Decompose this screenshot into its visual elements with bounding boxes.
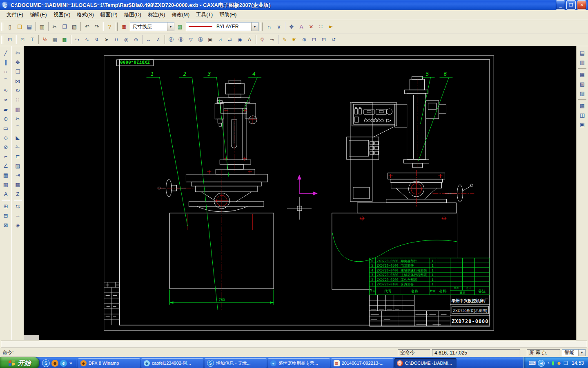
menu-modify[interactable]: 修改(M) — [168, 11, 193, 19]
polygon-tool-icon[interactable]: ◇ — [1, 133, 11, 142]
redo-icon[interactable]: ↷ — [92, 22, 102, 31]
cut-icon[interactable]: ✂ — [50, 22, 60, 31]
menu-dimension[interactable]: 标注(N) — [145, 11, 168, 19]
hatch-tool-icon[interactable]: ⊘ — [1, 142, 11, 152]
paste-icon[interactable]: ▧ — [69, 22, 79, 31]
spline-tool-icon[interactable]: ≈ — [1, 95, 11, 105]
ellipse-tool-icon[interactable]: ⊙ — [1, 114, 11, 123]
dim-edit-icon[interactable]: ⇆ — [13, 202, 23, 211]
fillet-tool-icon[interactable]: ⌒ — [13, 123, 23, 133]
chevron-down-icon[interactable]: ▼ — [251, 22, 258, 31]
paste-block-tool-icon[interactable]: ▥ — [13, 105, 23, 114]
tray-audio-icon[interactable]: ▮ — [552, 361, 555, 366]
property-brush-icon[interactable]: ▨ — [13, 161, 23, 171]
annotate-icon[interactable]: A — [296, 22, 306, 31]
measure-icon[interactable]: ⊸ — [267, 35, 277, 44]
boxed-text-icon[interactable]: ▣ — [205, 35, 215, 44]
view-aux-icon[interactable]: ◫ — [577, 110, 588, 120]
hatch-edit-icon[interactable]: ▩ — [13, 180, 23, 189]
image-edit-icon[interactable]: ▩ — [60, 35, 69, 44]
stretch-tool-icon[interactable]: ⊏ — [13, 152, 23, 161]
dim-style-edit-icon[interactable]: ◈ — [13, 220, 23, 230]
rectangle-tool-icon[interactable]: ▭ — [1, 123, 11, 133]
erase-tool-icon[interactable]: ✄ — [13, 48, 23, 58]
rotate-tool-icon[interactable]: ↻ — [13, 86, 23, 95]
delete-icon[interactable]: ✕ — [306, 22, 316, 31]
color-swatch-icon[interactable]: ▨ — [175, 22, 185, 31]
screen-point-field[interactable]: 屏 幕 点 — [527, 349, 560, 356]
command-history[interactable] — [0, 340, 588, 348]
menu-tools[interactable]: 工具(T) — [193, 11, 216, 19]
close-button[interactable]: ✕ — [577, 0, 586, 10]
view-front-icon[interactable]: ▤ — [577, 48, 588, 58]
circle-tool-icon[interactable]: ○ — [1, 67, 11, 76]
print-icon[interactable]: ▥ — [37, 22, 47, 31]
angle-line-tool-icon[interactable]: ∠ — [1, 161, 11, 171]
snap-mode-combo[interactable]: 智能 ▼ — [562, 349, 586, 356]
view-break-icon[interactable]: ▩ — [577, 101, 588, 110]
task-winamp[interactable]: ☻ DFX 8 Winamp — [78, 358, 140, 368]
chevron-down-icon[interactable]: ▼ — [167, 22, 174, 31]
step-line-tool-icon[interactable]: ⌐ — [1, 152, 11, 161]
magnifier-icon[interactable]: ⚲ — [257, 35, 267, 44]
text-frame-icon[interactable]: T — [27, 35, 37, 44]
scrollbar-stub[interactable] — [24, 335, 39, 340]
layer-manager-icon[interactable]: ≣ — [119, 22, 129, 31]
array-tool-icon[interactable]: ∷ — [13, 95, 23, 105]
text-tool-icon[interactable]: A — [1, 189, 11, 199]
move-tool-icon[interactable]: ✥ — [13, 58, 23, 67]
linetype-combo[interactable]: BYLAYER ▼ — [186, 22, 258, 31]
collapse-tray-icon[interactable]: ◀ — [538, 360, 545, 367]
datum-a-icon[interactable]: Ⓐ — [166, 35, 176, 44]
dimension-style-icon[interactable]: ½ — [40, 35, 50, 44]
block-create-icon[interactable]: ⊞ — [1, 202, 11, 211]
layer-combo[interactable]: 尺寸线层 ▼ — [130, 22, 174, 31]
block-insert-icon[interactable]: ⊠ — [1, 220, 11, 230]
quick-launch-browser-icon[interactable]: S — [42, 359, 50, 367]
menu-paper[interactable]: 幅面(P) — [97, 11, 121, 19]
zoom-page-icon[interactable]: ⊞ — [319, 35, 329, 44]
drawing-canvas[interactable]: ZXD720-0000 — [24, 46, 576, 340]
restore-button[interactable]: ❐ — [566, 0, 576, 10]
block-attr-icon[interactable]: ⊟ — [1, 211, 11, 220]
task-wangwang-caofei[interactable]: ☻ caofei1234902-阿... — [141, 358, 203, 368]
quick-launch-more-icon[interactable]: » — [69, 360, 73, 366]
zigzag-line-icon[interactable]: ↯ — [92, 35, 102, 44]
task-shop-page[interactable]: ● 盛世宠物用品专营... — [268, 358, 330, 368]
task-browser-info[interactable]: S 增加信息 - 无忧... — [205, 358, 267, 368]
endpoint-snap-icon[interactable]: ∩ — [264, 22, 274, 31]
corner-dim-icon[interactable]: ⊿ — [215, 35, 225, 44]
minimize-button[interactable]: _ — [556, 0, 565, 10]
dim-stretch-icon[interactable]: ⇔ — [13, 211, 23, 220]
chevron-down-icon[interactable]: ▼ — [578, 350, 585, 356]
swap-dim-icon[interactable]: ⇄ — [225, 35, 235, 44]
find-dim-icon[interactable]: ◉ — [235, 35, 245, 44]
leader-icon[interactable]: ↪ — [72, 35, 82, 44]
tray-network-icon[interactable]: ❏ — [564, 361, 568, 366]
menu-help[interactable]: 帮助(H) — [216, 11, 240, 19]
menu-format[interactable]: 格式(S) — [74, 11, 97, 19]
table-text-icon[interactable]: ▦ — [50, 35, 60, 44]
grid-tool-icon[interactable]: ▦ — [1, 171, 11, 180]
solid-fill-tool-icon[interactable]: ▰ — [1, 105, 11, 114]
open-file-icon[interactable]: ❑ — [15, 22, 24, 31]
view-iso-icon[interactable]: ▦ — [577, 70, 588, 79]
view-detail-icon[interactable]: ▨ — [577, 89, 588, 98]
angle-dim-icon[interactable]: ∠ — [154, 35, 163, 44]
parallel-line-tool-icon[interactable]: ∥ — [1, 58, 11, 67]
circle-ref-icon[interactable]: ⓐ — [196, 35, 205, 44]
zoom-previous-icon[interactable]: ↺ — [329, 35, 339, 44]
tray-clock-app-icon[interactable]: ◔ — [547, 361, 550, 366]
crosshair-cursor[interactable] — [287, 197, 312, 220]
zoom-out-icon[interactable]: ⊟ — [309, 35, 319, 44]
wave-line-icon[interactable]: ∿ — [82, 35, 92, 44]
menu-view[interactable]: 视图(V) — [50, 11, 74, 19]
zoom-fit-all-icon[interactable]: ⊞ — [5, 35, 15, 44]
stamp-tool-icon[interactable]: ▧ — [1, 180, 11, 189]
copy-icon[interactable]: ❐ — [60, 22, 69, 31]
grab-page-icon[interactable]: ☛ — [326, 22, 336, 31]
new-file-icon[interactable]: ▯ — [5, 22, 15, 31]
zoom-in-icon[interactable]: ⊕ — [299, 35, 309, 44]
edit-text-icon[interactable]: Ā — [245, 35, 254, 44]
copy-tool-icon[interactable]: ❐ — [13, 67, 23, 76]
